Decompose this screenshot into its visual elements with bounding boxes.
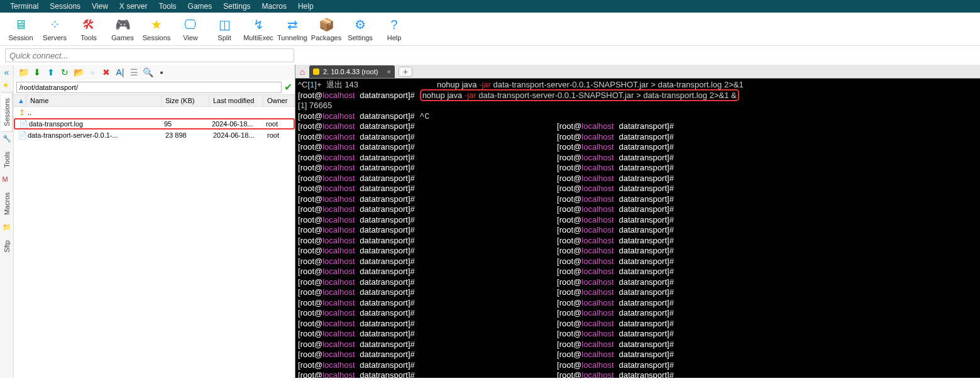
menu-terminal[interactable]: Terminal: [5, 2, 43, 11]
split-icon: ◫: [216, 16, 233, 33]
vtab-tools-icon: 🔧: [3, 135, 11, 143]
servers-icon: ⁘: [47, 16, 63, 33]
toolbar-session-button[interactable]: 🖥Session: [4, 15, 38, 43]
menu-help[interactable]: Help: [293, 2, 319, 11]
file-owner: root: [262, 120, 294, 128]
file-size: 95: [160, 120, 208, 128]
help-icon: ?: [386, 16, 402, 33]
file-row[interactable]: 📄data-transport-server-0.0.1-...23 89820…: [14, 130, 295, 141]
toolbar-tunneling-button[interactable]: ⇄Tunneling: [275, 15, 309, 43]
sftp-panel: 📁 ⬇ ⬆ ↻ 📂 ▫ ✖ A| ☰ 🔍 ▪ ✔ ▲ Name Size (KB…: [14, 65, 295, 378]
upload-icon[interactable]: ⬆: [45, 67, 57, 78]
terminal-tabbar: ⌂ 2. 10.0.4.33 (root) × +: [295, 65, 980, 79]
header-size[interactable]: Size (KB): [162, 95, 209, 106]
file-list-header: ▲ Name Size (KB) Last modified Owner: [14, 94, 295, 107]
session-status-icon: [313, 69, 319, 75]
quick-connect-bar: [0, 46, 980, 65]
header-name[interactable]: Name: [26, 95, 162, 106]
rename-icon[interactable]: A|: [114, 67, 126, 78]
terminal-icon[interactable]: ▪: [156, 67, 167, 78]
download-icon[interactable]: ⬇: [31, 67, 43, 78]
toolbar-settings-button[interactable]: ⚙Settings: [343, 15, 377, 43]
collapse-icon[interactable]: «: [3, 66, 11, 79]
sftp-path-input[interactable]: [16, 82, 282, 93]
toolbar-label: View: [183, 34, 198, 41]
vtab-macros[interactable]: Macros: [1, 187, 13, 221]
sftp-toolbar: 📁 ⬇ ⬆ ↻ 📂 ▫ ✖ A| ☰ 🔍 ▪: [14, 65, 295, 80]
close-tab-icon[interactable]: ×: [387, 68, 390, 75]
file-icon: 📄: [14, 131, 26, 140]
file-modified: 2024-06-18...: [208, 120, 262, 128]
search-icon[interactable]: 🔍: [142, 67, 153, 78]
file-name: data-transport-server-0.0.1-...: [26, 131, 162, 139]
file-size: 23 898: [162, 131, 209, 139]
new-tab-button[interactable]: +: [399, 67, 412, 77]
toolbar-label: Tunneling: [277, 34, 307, 41]
new-folder-icon[interactable]: 📂: [73, 67, 84, 78]
file-row[interactable]: 📄data-transport.log952024-06-18...root: [14, 118, 295, 130]
vtab-tools[interactable]: Tools: [1, 146, 13, 174]
folder-up-icon[interactable]: 📁: [18, 67, 29, 78]
file-modified: 2024-06-18...: [209, 131, 263, 139]
toolbar-sessions-button[interactable]: ★Sessions: [140, 15, 173, 43]
games-icon: 🎮: [114, 16, 131, 33]
home-tab-icon[interactable]: ⌂: [295, 67, 309, 77]
file-owner: root: [263, 131, 295, 139]
vtab-sftp-icon: 📁: [3, 223, 11, 232]
toolbar-servers-button[interactable]: ⁘Servers: [38, 15, 72, 43]
menu-macros[interactable]: Macros: [257, 2, 292, 11]
file-icon: 📄: [15, 119, 28, 128]
vtab-sessions-icon: ★: [3, 81, 11, 90]
vtab-sftp[interactable]: Sftp: [1, 235, 13, 258]
parent-dir-row[interactable]: ↥..: [14, 107, 295, 118]
toolbar-label: Sessions: [143, 34, 171, 41]
terminal-output[interactable]: ^C[1]+ 退出 143 nohup java -jar data-trans…: [295, 79, 980, 378]
file-list: ↥..📄data-transport.log952024-06-18...roo…: [14, 107, 295, 378]
toolbar-label: Games: [111, 34, 133, 41]
menu-games[interactable]: Games: [183, 2, 217, 11]
toolbar-label: MultiExec: [243, 34, 273, 41]
session-icon: 🖥: [13, 16, 29, 33]
toolbar-label: Packages: [311, 34, 341, 41]
view-icon: 🖵: [182, 16, 199, 33]
toolbar-label: Settings: [348, 34, 373, 41]
toolbar-help-button[interactable]: ?Help: [377, 15, 411, 43]
refresh-icon[interactable]: ↻: [59, 67, 70, 78]
menu-x-server[interactable]: X server: [114, 2, 153, 11]
menu-tools[interactable]: Tools: [154, 2, 182, 11]
packages-icon: 📦: [318, 16, 334, 33]
terminal-area: ⌂ 2. 10.0.4.33 (root) × + ^C[1]+ 退出 143 …: [295, 65, 980, 378]
toolbar-label: Tools: [80, 34, 97, 41]
menu-sessions[interactable]: Sessions: [45, 2, 85, 11]
file-name: ..: [26, 109, 162, 116]
toolbar-label: Session: [8, 34, 33, 41]
toolbar-view-button[interactable]: 🖵View: [173, 15, 207, 43]
header-modified[interactable]: Last modified: [209, 95, 263, 106]
menu-view[interactable]: View: [87, 2, 113, 11]
toolbar-tools-button[interactable]: 🛠Tools: [72, 15, 106, 43]
path-ok-icon: ✔: [284, 81, 292, 93]
session-tab[interactable]: 2. 10.0.4.33 (root) ×: [309, 65, 395, 78]
toolbar-games-button[interactable]: 🎮Games: [106, 15, 140, 43]
vtab-macros-icon: M: [3, 175, 11, 184]
menu-settings[interactable]: Settings: [218, 2, 255, 11]
vertical-tabs: « ★Sessions🔧ToolsMMacros📁Sftp: [0, 65, 14, 378]
permissions-icon[interactable]: ☰: [128, 67, 140, 78]
header-owner[interactable]: Owner: [263, 95, 295, 106]
vtab-sessions[interactable]: Sessions: [1, 92, 13, 132]
file-name: data-transport.log: [28, 120, 160, 128]
tools-icon: 🛠: [80, 16, 97, 33]
file-icon: ↥: [14, 108, 26, 117]
menubar: TerminalSessionsViewX serverToolsGamesSe…: [0, 0, 980, 13]
quick-connect-input[interactable]: [5, 48, 294, 62]
toolbar-multiexec-button[interactable]: ↯MultiExec: [241, 15, 275, 43]
session-tab-label: 2. 10.0.4.33 (root): [323, 68, 378, 75]
sort-indicator-icon[interactable]: ▲: [14, 95, 26, 106]
sessions-icon: ★: [148, 16, 165, 33]
new-file-icon[interactable]: ▫: [87, 67, 98, 78]
toolbar-split-button[interactable]: ◫Split: [207, 15, 241, 43]
sftp-path-bar: ✔: [14, 80, 295, 94]
settings-icon: ⚙: [352, 16, 368, 33]
delete-icon[interactable]: ✖: [101, 67, 112, 78]
toolbar-packages-button[interactable]: 📦Packages: [309, 15, 343, 43]
